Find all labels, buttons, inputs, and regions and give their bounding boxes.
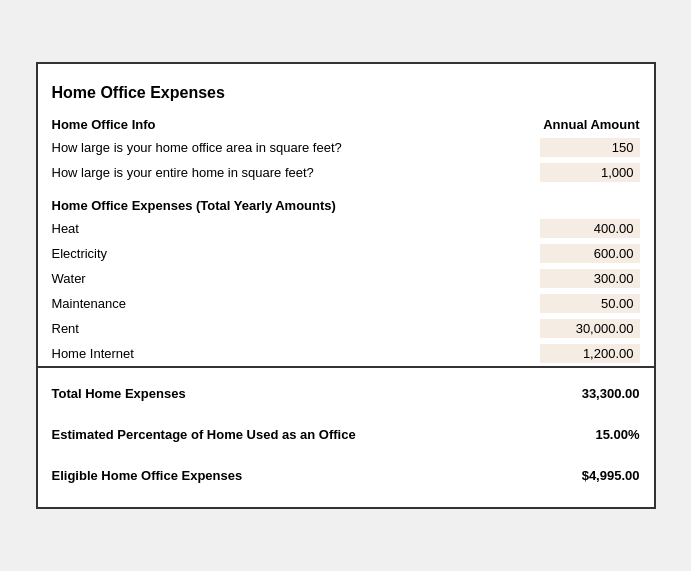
entire-home-area-value[interactable]: 1,000	[540, 163, 640, 182]
rent-value[interactable]: 30,000.00	[540, 319, 640, 338]
maintenance-label: Maintenance	[52, 296, 540, 311]
total-expenses-label: Total Home Expenses	[52, 386, 186, 401]
expenses-section: Home Office Expenses (Total Yearly Amoun…	[38, 195, 654, 368]
water-value[interactable]: 300.00	[540, 269, 640, 288]
page-container: Home Office Expenses Home Office Info An…	[0, 0, 691, 571]
heat-value[interactable]: 400.00	[540, 219, 640, 238]
entire-home-area-label: How large is your entire home in square …	[52, 165, 540, 180]
maintenance-value[interactable]: 50.00	[540, 294, 640, 313]
percentage-row: Estimated Percentage of Home Used as an …	[38, 419, 654, 450]
heat-label: Heat	[52, 221, 540, 236]
home-office-area-label: How large is your home office area in sq…	[52, 140, 540, 155]
info-section-header: Home Office Info	[52, 117, 540, 132]
eligible-row: Eligible Home Office Expenses $4,995.00	[38, 460, 654, 491]
total-expenses-row: Total Home Expenses 33,300.00	[38, 378, 654, 409]
home-office-area-value[interactable]: 150	[540, 138, 640, 157]
rent-label: Rent	[52, 321, 540, 336]
expenses-rows-block: Heat 400.00 Electricity 600.00 Water 300…	[38, 216, 654, 368]
electricity-label: Electricity	[52, 246, 540, 261]
home-office-area-row: How large is your home office area in sq…	[38, 135, 654, 160]
rent-row: Rent 30,000.00	[38, 316, 654, 341]
entire-home-area-row: How large is your entire home in square …	[38, 160, 654, 185]
maintenance-row: Maintenance 50.00	[38, 291, 654, 316]
water-label: Water	[52, 271, 540, 286]
eligible-value: $4,995.00	[582, 468, 640, 483]
annual-amount-header: Annual Amount	[540, 117, 640, 132]
percentage-label: Estimated Percentage of Home Used as an …	[52, 427, 356, 442]
percentage-value: 15.00%	[595, 427, 639, 442]
heat-row: Heat 400.00	[38, 216, 654, 241]
home-office-card: Home Office Expenses Home Office Info An…	[36, 62, 656, 509]
internet-label: Home Internet	[52, 346, 540, 361]
eligible-label: Eligible Home Office Expenses	[52, 468, 243, 483]
internet-value[interactable]: 1,200.00	[540, 344, 640, 363]
water-row: Water 300.00	[38, 266, 654, 291]
electricity-row: Electricity 600.00	[38, 241, 654, 266]
electricity-value[interactable]: 600.00	[540, 244, 640, 263]
info-header-row: Home Office Info Annual Amount	[38, 114, 654, 135]
info-section: Home Office Info Annual Amount How large…	[38, 114, 654, 185]
internet-row: Home Internet 1,200.00	[38, 341, 654, 366]
card-title: Home Office Expenses	[38, 80, 654, 114]
expenses-section-header-row: Home Office Expenses (Total Yearly Amoun…	[38, 195, 654, 216]
total-expenses-value: 33,300.00	[582, 386, 640, 401]
expenses-section-header: Home Office Expenses (Total Yearly Amoun…	[52, 198, 640, 213]
